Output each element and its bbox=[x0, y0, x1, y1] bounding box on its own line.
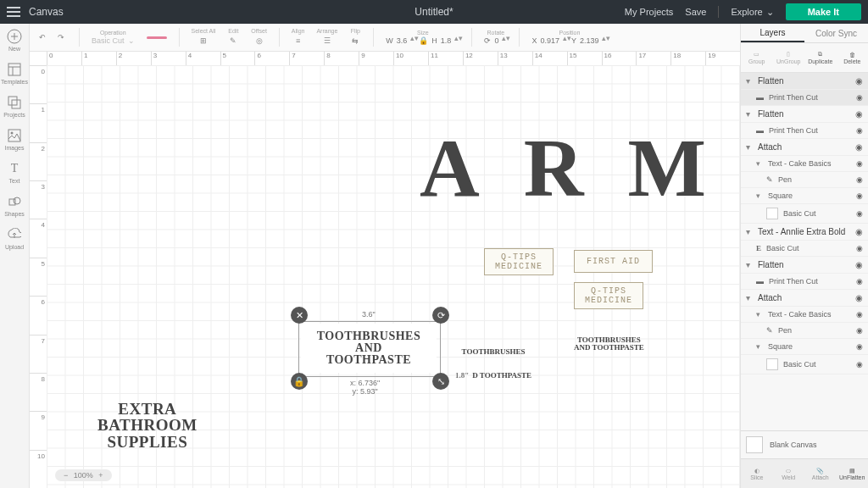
layer-square-2[interactable]: ▾Square◉ bbox=[741, 339, 868, 355]
text-object-qtips-1[interactable]: Q-TIPS MEDICINE bbox=[484, 248, 554, 275]
weld-icon: ⬭ bbox=[786, 468, 791, 474]
layer-flatten-2[interactable]: ▾Flatten◉ bbox=[741, 106, 868, 123]
layer-flatten-1[interactable]: ▾Flatten◉ bbox=[741, 73, 868, 90]
redo-button[interactable]: ↷ bbox=[55, 31, 67, 43]
layer-square-1[interactable]: ▾Square◉ bbox=[741, 188, 868, 204]
resize-handle[interactable]: ⤡ bbox=[432, 373, 449, 390]
undo-button[interactable]: ↶ bbox=[36, 31, 48, 43]
edit-button[interactable]: Edit✎ bbox=[227, 28, 239, 47]
layer-ptc-3[interactable]: ▬Print Then Cut◉ bbox=[741, 274, 868, 290]
property-bar: ↶ ↷ Operation Basic Cut⌄ Select All⊞ Edi… bbox=[30, 24, 740, 52]
layer-flatten-3[interactable]: ▾Flatten◉ bbox=[741, 257, 868, 274]
close-icon: ✕ bbox=[296, 310, 303, 321]
svg-rect-6 bbox=[9, 199, 15, 205]
separator bbox=[718, 6, 719, 18]
layer-pen-2[interactable]: ✎Pen◉ bbox=[741, 323, 868, 339]
slice-icon: ◐ bbox=[754, 468, 760, 474]
align-button[interactable]: Align≡ bbox=[292, 28, 305, 47]
explore-dropdown[interactable]: Explore⌄ bbox=[731, 7, 773, 18]
svg-rect-4 bbox=[8, 130, 20, 141]
select-all-button[interactable]: Select All⊞ bbox=[192, 28, 216, 47]
plus-icon[interactable]: + bbox=[98, 471, 103, 480]
images-icon bbox=[7, 128, 22, 143]
projects-button[interactable]: Projects bbox=[3, 95, 25, 118]
new-button[interactable]: New bbox=[7, 29, 22, 52]
flip-button[interactable]: Flip⇆ bbox=[349, 28, 361, 47]
images-button[interactable]: Images bbox=[5, 128, 25, 151]
document-title[interactable]: Untitled* bbox=[415, 6, 453, 18]
width-input[interactable]: 3.6 bbox=[397, 36, 408, 45]
canvas-grid[interactable]: ARM Q-TIPS MEDICINE FIRST AID Q-TIPS MED… bbox=[47, 65, 740, 488]
layer-text-cake-2[interactable]: ▾Text - Cake Basics◉ bbox=[741, 307, 868, 323]
svg-point-7 bbox=[14, 197, 20, 204]
layer-basiccut-3[interactable]: Basic Cut◉ bbox=[741, 355, 868, 374]
rotate-handle[interactable]: ⟳ bbox=[432, 307, 449, 324]
lock-handle[interactable]: 🔒 bbox=[291, 373, 308, 390]
layer-text-annlie[interactable]: ▾Text - Annlie Extra Bold◉ bbox=[741, 224, 868, 241]
layers-panel: Layers Color Sync ▭Group ▯UnGroup ⧉Dupli… bbox=[740, 24, 868, 488]
duplicate-button[interactable]: ⧉Duplicate bbox=[804, 43, 837, 72]
unflatten-button[interactable]: ▤UnFlatten bbox=[837, 459, 869, 488]
height-input[interactable]: 1.8 bbox=[441, 36, 452, 45]
layer-pen-1[interactable]: ✎Pen◉ bbox=[741, 172, 868, 188]
rotate-input[interactable]: 0 bbox=[494, 36, 498, 45]
ruler-horizontal: 012345678910111213141516171819 bbox=[47, 52, 740, 66]
layer-text-cake-1[interactable]: ▾Text - Cake Basics◉ bbox=[741, 156, 868, 172]
tab-layers[interactable]: Layers bbox=[741, 24, 804, 42]
svg-point-5 bbox=[11, 132, 14, 135]
templates-button[interactable]: Templates bbox=[1, 62, 28, 85]
layer-attach-2[interactable]: ▾Attach◉ bbox=[741, 290, 868, 307]
text-object-firstaid[interactable]: FIRST AID bbox=[574, 250, 653, 273]
attach-button: 📎Attach bbox=[804, 459, 837, 488]
group-button: ▭Group bbox=[741, 43, 773, 72]
zoom-indicator[interactable]: − 100% + bbox=[55, 469, 112, 481]
layer-list[interactable]: ▾Flatten◉ ▬Print Then Cut◉ ▾Flatten◉ ▬Pr… bbox=[741, 73, 868, 430]
x-input[interactable]: 0.917 bbox=[540, 36, 559, 45]
layer-basiccut-1[interactable]: Basic Cut◉ bbox=[741, 204, 868, 224]
arrange-button[interactable]: Arrange☰ bbox=[316, 28, 337, 47]
delete-button[interactable]: 🗑Delete bbox=[837, 43, 869, 72]
upload-button[interactable]: Upload bbox=[5, 227, 24, 250]
text-object-toothbrushes-mid[interactable]: TOOTHBRUSHES 1.8"D TOOTHPASTE bbox=[455, 333, 531, 396]
duplicate-icon: ⧉ bbox=[818, 51, 822, 58]
delete-handle[interactable]: ✕ bbox=[291, 307, 308, 324]
layer-ptc-2[interactable]: ▬Print Then Cut◉ bbox=[741, 123, 868, 139]
lock-icon[interactable]: 🔒 bbox=[419, 36, 428, 45]
arrange-icon: ☰ bbox=[321, 35, 333, 47]
rotate-controls: Rotate ⟳0▴▾ bbox=[484, 30, 507, 45]
blank-canvas-button[interactable]: Blank Canvas bbox=[741, 430, 868, 458]
canvas-viewport[interactable]: 012345678910111213141516171819 012345678… bbox=[30, 52, 740, 488]
text-icon: T bbox=[7, 161, 22, 176]
minus-icon[interactable]: − bbox=[64, 471, 68, 480]
layer-basiccut-2[interactable]: EBasic Cut◉ bbox=[741, 241, 868, 257]
text-object-arm[interactable]: ARM bbox=[420, 126, 740, 211]
hamburger-menu[interactable] bbox=[7, 7, 20, 17]
visibility-toggle[interactable]: ◉ bbox=[855, 76, 863, 86]
app-header: Canvas Untitled* My Projects Save Explor… bbox=[0, 0, 868, 24]
shapes-button[interactable]: Shapes bbox=[4, 194, 25, 217]
svg-rect-1 bbox=[8, 64, 20, 75]
chevron-down-icon: ⌄ bbox=[766, 7, 774, 18]
selection-width-label: 3.6" bbox=[362, 310, 376, 319]
layer-attach-1[interactable]: ▾Attach◉ bbox=[741, 139, 868, 156]
shapes-icon bbox=[7, 194, 22, 209]
pen-icon: ✎ bbox=[766, 175, 773, 184]
y-input[interactable]: 2.139 bbox=[580, 36, 599, 45]
offset-icon: ◎ bbox=[253, 35, 265, 47]
text-object-extra-supplies[interactable]: EXTRA BATHROOM SUPPLIES bbox=[97, 401, 198, 450]
unflatten-icon: ▤ bbox=[849, 468, 855, 474]
text-object-toothbrushes-right[interactable]: TOOTHBRUSHES AND TOOTHPASTE bbox=[574, 336, 644, 352]
tab-color-sync[interactable]: Color Sync bbox=[804, 24, 868, 42]
offset-button[interactable]: Offset◎ bbox=[251, 28, 267, 47]
operation-dropdown[interactable]: Operation Basic Cut⌄ bbox=[92, 30, 135, 45]
my-projects-link[interactable]: My Projects bbox=[625, 7, 673, 17]
text-button[interactable]: T Text bbox=[7, 161, 22, 184]
trash-icon: 🗑 bbox=[849, 52, 855, 58]
resize-icon: ⤡ bbox=[437, 376, 445, 387]
color-swatch-button[interactable] bbox=[147, 36, 167, 39]
attach-icon: 📎 bbox=[816, 468, 824, 474]
save-button[interactable]: Save bbox=[685, 7, 706, 17]
make-it-button[interactable]: Make It bbox=[786, 3, 861, 20]
text-object-qtips-2[interactable]: Q-TIPS MEDICINE bbox=[574, 282, 643, 309]
layer-ptc-1[interactable]: ▬Print Then Cut◉ bbox=[741, 90, 868, 106]
